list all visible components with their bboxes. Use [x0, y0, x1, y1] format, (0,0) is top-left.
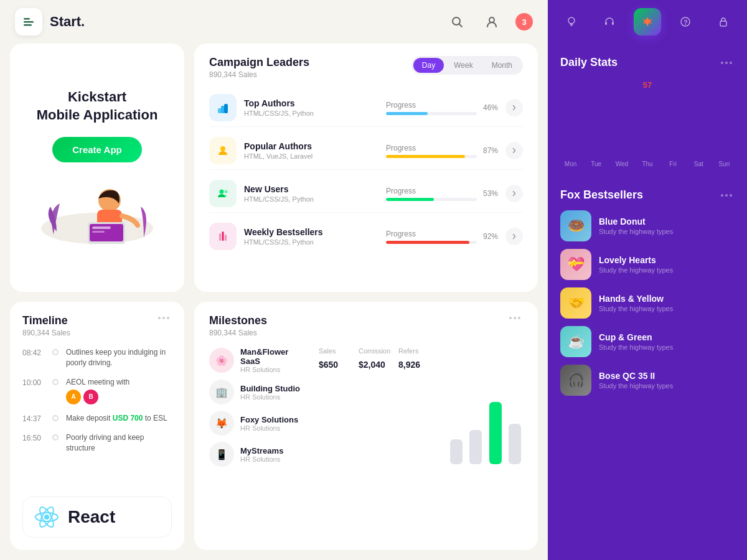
- daily-stats-menu[interactable]: [718, 59, 735, 67]
- campaign-tabs: Day Week Month: [411, 56, 523, 75]
- new-users-icon: [209, 180, 237, 207]
- create-app-button[interactable]: Create App: [52, 137, 141, 162]
- fox-bestsellers-list: 🍩 Blue Donut Study the highway types 💝 L…: [560, 210, 735, 396]
- right-sidebar: ? Daily Stats 57 Mon: [548, 0, 747, 560]
- top-authors-arrow[interactable]: [505, 99, 523, 116]
- timeline-title: Timeline: [22, 314, 70, 327]
- campaign-header: Campaign Leaders 890,344 Sales Day Week …: [209, 56, 523, 79]
- fox-bestsellers-menu[interactable]: [718, 192, 735, 199]
- timeline-item-4: 16:50 Poorly driving and keep structure: [22, 432, 172, 454]
- svg-rect-27: [605, 22, 607, 25]
- svg-rect-12: [92, 231, 105, 233]
- popular-authors-info: Popular Authors HTML, VueJS, Laravel: [244, 141, 378, 160]
- svg-rect-2: [24, 24, 32, 26]
- campaign-row-popular-authors: Popular Authors HTML, VueJS, Laravel Pro…: [209, 132, 523, 170]
- milestones-table: Sales Comission Refers $650 $2,040 8,926: [319, 347, 438, 467]
- milestone-building-studio: 🏢 Building Studio HR Solutions: [209, 380, 309, 404]
- campaign-title: Campaign Leaders: [209, 56, 309, 69]
- sidebar-lock-btn[interactable]: [710, 8, 737, 35]
- header-right: 3: [446, 11, 533, 33]
- svg-rect-19: [219, 233, 221, 241]
- milestones-title: Milestones: [209, 314, 267, 327]
- daily-stats-section: Daily Stats 57 Mon Tue: [548, 44, 747, 179]
- milestones-list: 🌸 Man&Flower SaaS HR Solutions 🏢 Buildin…: [209, 347, 309, 467]
- milestones-card: Milestones 890,344 Sales 🌸 Man&Flower Sa…: [194, 302, 538, 550]
- top-authors-icon: [209, 94, 237, 121]
- svg-rect-1: [24, 21, 34, 23]
- bestseller-blue-donut: 🍩 Blue Donut Study the highway types: [560, 210, 735, 241]
- bestseller-lovely-hearts: 💝 Lovely Hearts Study the highway types: [560, 249, 735, 280]
- timeline-item-1: 08:42 Outlines keep you indulging in poo…: [22, 347, 172, 368]
- milestone-man-flower: 🌸 Man&Flower SaaS HR Solutions: [209, 347, 309, 373]
- svg-rect-28: [612, 22, 614, 25]
- svg-point-16: [220, 146, 225, 151]
- sidebar-lightbulb-btn[interactable]: [558, 8, 585, 35]
- svg-rect-11: [92, 226, 111, 229]
- header-left: Start.: [15, 8, 85, 35]
- milestones-menu[interactable]: [507, 314, 523, 322]
- notification-badge[interactable]: 3: [515, 13, 533, 30]
- top-authors-progress: Progress 46%: [386, 101, 498, 115]
- daily-stats-title: Daily Stats: [560, 56, 618, 69]
- weekly-bestsellers-icon: [209, 223, 237, 250]
- svg-text:?: ?: [684, 19, 688, 26]
- user-button[interactable]: [481, 11, 503, 33]
- kickstart-title: Kickstart Mobile Application: [37, 88, 158, 124]
- tab-month[interactable]: Month: [483, 58, 521, 73]
- bestseller-hands-yellow: 🤝 Hands & Yellow Study the highway types: [560, 287, 735, 319]
- svg-point-18: [225, 190, 228, 194]
- new-users-arrow[interactable]: [505, 185, 523, 202]
- svg-point-5: [489, 17, 494, 22]
- sidebar-fox-btn[interactable]: [634, 8, 661, 35]
- svg-rect-20: [222, 231, 224, 241]
- bestseller-bose-qc35: 🎧 Bose QC 35 II Study the highway types: [560, 365, 735, 396]
- campaign-title-section: Campaign Leaders 890,344 Sales: [209, 56, 309, 79]
- sidebar-headphone-btn[interactable]: [596, 8, 623, 35]
- weekly-bestsellers-arrow[interactable]: [505, 228, 523, 245]
- tab-day[interactable]: Day: [413, 58, 444, 73]
- milestones-chart: [448, 347, 523, 467]
- popular-authors-arrow[interactable]: [505, 142, 523, 159]
- timeline-card: Timeline 890,344 Sales 08:42 Outlines ke…: [10, 302, 184, 550]
- search-button[interactable]: [446, 11, 468, 33]
- react-badge: React: [22, 497, 172, 538]
- top-authors-info: Top Authors HTML/CSS/JS, Python: [244, 98, 378, 117]
- campaign-row-weekly-bestsellers: Weekly Bestsellers HTML/CSS/JS, Python P…: [209, 218, 523, 255]
- svg-point-17: [220, 190, 224, 194]
- logo-icon: [15, 8, 42, 35]
- campaign-card: Campaign Leaders 890,344 Sales Day Week …: [194, 44, 538, 292]
- milestones-content: 🌸 Man&Flower SaaS HR Solutions 🏢 Buildin…: [209, 347, 523, 467]
- daily-stats-chart: Mon Tue Wed Thu: [560, 93, 735, 167]
- campaign-rows: Top Authors HTML/CSS/JS, Python Progress…: [209, 89, 523, 255]
- timeline-header: Timeline 890,344 Sales: [22, 314, 172, 337]
- weekly-bestsellers-progress: Progress 92%: [386, 230, 498, 244]
- campaign-row-top-authors: Top Authors HTML/CSS/JS, Python Progress…: [209, 89, 523, 127]
- milestones-subtitle: 890,344 Sales: [209, 329, 267, 337]
- svg-rect-21: [225, 235, 227, 241]
- milestone-mystreams: 📱 MyStreams HR Solutions: [209, 442, 309, 467]
- timeline-item-3: 14:37 Make deposit USD 700 to ESL: [22, 413, 172, 424]
- bestseller-cup-green: ☕ Cup & Green Study the highway types: [560, 326, 735, 357]
- popular-authors-icon: [209, 137, 237, 164]
- svg-point-26: [568, 17, 575, 24]
- svg-line-4: [459, 24, 463, 27]
- svg-point-22: [44, 515, 49, 520]
- timeline-menu[interactable]: [156, 314, 172, 322]
- fox-bestsellers-title: Fox Bestsellers: [560, 189, 643, 202]
- fox-bestsellers-section: Fox Bestsellers 🍩 Blue Donut Study the h…: [548, 179, 747, 560]
- main-area: Start. 3 Kickstart Mobile A: [0, 0, 548, 560]
- content-grid: Kickstart Mobile Application Create App: [0, 44, 548, 560]
- timeline-title-section: Timeline 890,344 Sales: [22, 314, 70, 337]
- sidebar-question-btn[interactable]: ?: [672, 8, 699, 35]
- tab-week[interactable]: Week: [445, 58, 481, 73]
- campaign-row-new-users: New Users HTML/CSS/JS, Python Progress 5…: [209, 175, 523, 213]
- campaign-subtitle: 890,344 Sales: [209, 70, 309, 79]
- new-users-progress: Progress 53%: [386, 187, 498, 201]
- timeline-items: 08:42 Outlines keep you indulging in poo…: [22, 347, 172, 497]
- weekly-bestsellers-info: Weekly Bestsellers HTML/CSS/JS, Python: [244, 227, 378, 246]
- svg-rect-31: [720, 21, 726, 26]
- popular-authors-progress: Progress 87%: [386, 144, 498, 158]
- svg-rect-15: [224, 104, 228, 113]
- kickstart-card: Kickstart Mobile Application Create App: [10, 44, 184, 292]
- new-users-info: New Users HTML/CSS/JS, Python: [244, 184, 378, 203]
